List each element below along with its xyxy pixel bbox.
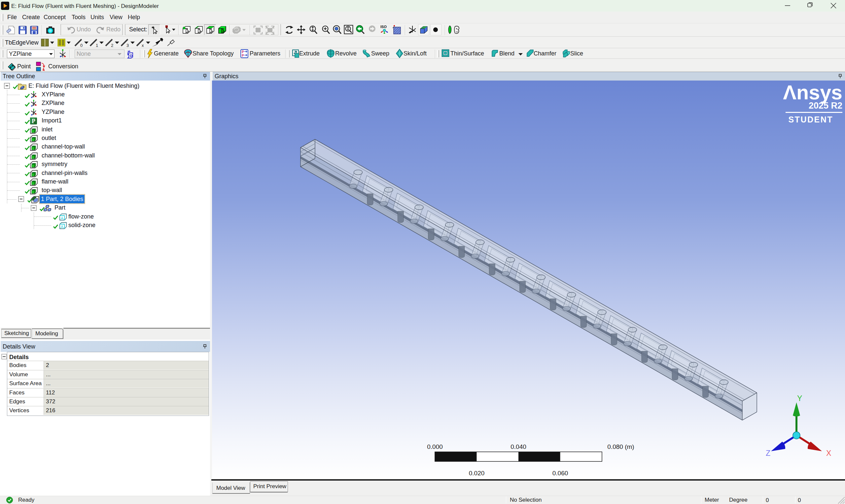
svg-text:0.080 (m): 0.080 (m) [607, 443, 634, 450]
svg-text:P: P [242, 50, 244, 54]
svg-text:0.060: 0.060 [552, 470, 568, 476]
svg-text:1: 1 [96, 43, 98, 48]
svg-text:P: P [242, 54, 244, 57]
svg-text:P: P [32, 118, 35, 124]
svg-text:2: 2 [111, 43, 113, 48]
svg-text:x: x [142, 43, 144, 48]
svg-text:3: 3 [126, 43, 129, 48]
svg-text:0.000: 0.000 [427, 443, 443, 450]
svg-text:ISO: ISO [381, 25, 387, 29]
svg-text:Z: Z [766, 449, 770, 457]
svg-text:0.020: 0.020 [469, 470, 485, 476]
svg-text:0.040: 0.040 [511, 443, 526, 450]
svg-text:X: X [826, 449, 831, 457]
svg-text:0: 0 [80, 43, 83, 48]
svg-text:Y: Y [797, 394, 802, 403]
